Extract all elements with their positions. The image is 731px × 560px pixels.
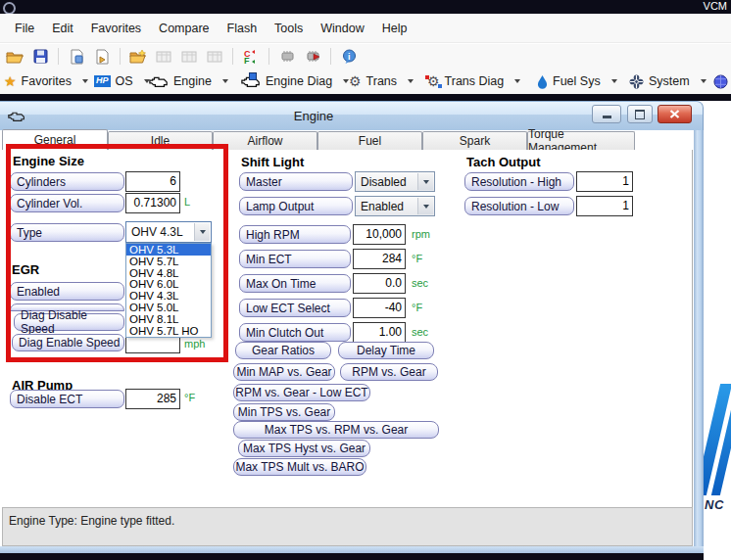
menu-window[interactable]: Window [312, 18, 372, 39]
low-ect-select-value[interactable]: -40 [353, 298, 406, 318]
view-document-icon[interactable] [67, 48, 86, 66]
window-border[interactable] [0, 546, 704, 553]
menu-flash[interactable]: Flash [219, 18, 267, 39]
diag-disable-speed-label[interactable]: Diag Disable Speed [14, 313, 124, 331]
save-icon[interactable] [30, 48, 50, 66]
menu-tools[interactable]: Tools [266, 18, 312, 39]
nav-overflow[interactable] [713, 71, 728, 91]
max-tps-mult-vs-baro-button[interactable]: Max TPS Mult vs. BARO [233, 458, 366, 476]
chevron-down-icon[interactable] [82, 79, 88, 83]
nav-engine-diag[interactable]: Engine Diag [241, 71, 349, 91]
high-rpm-label[interactable]: High RPM [239, 225, 351, 244]
resolution-high-value[interactable]: 1 [576, 171, 633, 192]
tab-airflow[interactable]: Airflow [213, 131, 317, 150]
chevron-down-icon[interactable] [701, 79, 707, 83]
disable-ect-label[interactable]: Disable ECT [10, 390, 124, 408]
egr-enabled-label[interactable]: Enabled [10, 282, 124, 301]
gear-ratios-button[interactable]: Gear Ratios [235, 342, 331, 359]
lamp-output-combobox[interactable]: Enabled [355, 196, 435, 216]
nav-engine[interactable]: Engine [149, 71, 228, 91]
resolution-low-label[interactable]: Resolution - Low [464, 197, 574, 215]
nav-trans[interactable]: ⚙ Trans [349, 71, 414, 91]
rpm-vs-gear-button[interactable]: RPM vs. Gear [340, 363, 438, 381]
new-favorites-folder-icon[interactable] [128, 48, 148, 66]
dropdown-option[interactable]: OHV 5.0L [126, 302, 211, 313]
menu-compare[interactable]: Compare [150, 18, 218, 39]
menu-help[interactable]: Help [373, 18, 416, 39]
lamp-output-combobox-value: Enabled [361, 200, 404, 213]
menu-edit[interactable]: Edit [43, 18, 82, 39]
combobox-dropdown-button[interactable] [194, 223, 210, 241]
min-tps-vs-gear-button[interactable]: Min TPS vs. Gear [233, 403, 335, 421]
dropdown-option[interactable]: OHV 5.3L [126, 244, 211, 256]
delay-time-button[interactable]: Delay Time [338, 342, 434, 359]
max-on-time-value[interactable]: 0.0 [353, 273, 406, 294]
type-label[interactable]: Type [10, 223, 124, 242]
tab-torque-management[interactable]: Torque Management [527, 131, 635, 150]
lamp-output-label[interactable]: Lamp Output [239, 197, 353, 215]
chevron-down-icon[interactable] [222, 79, 228, 83]
engine-diag-icon [241, 74, 261, 88]
table-disabled-icon[interactable] [179, 48, 199, 66]
nav-label: Engine [173, 74, 212, 88]
menu-favorites[interactable]: Favorites [82, 18, 150, 39]
tab-fuel[interactable]: Fuel [317, 131, 422, 150]
dropdown-option[interactable]: OHV 8.1L [126, 313, 211, 325]
chevron-down-icon[interactable] [408, 79, 414, 83]
tab-strip: General Idle Airflow Fuel Spark Torque M… [0, 129, 694, 150]
chevron-down-icon[interactable] [611, 79, 617, 83]
nav-trans-diag[interactable]: ⚙ Trans Diag [427, 71, 520, 91]
tab-idle[interactable]: Idle [108, 131, 213, 150]
cylinders-value[interactable]: 6 [125, 171, 180, 192]
window-border[interactable] [694, 130, 704, 553]
master-combobox[interactable]: Disabled [355, 171, 435, 192]
cylinder-vol-value[interactable]: 0.71300 [125, 193, 180, 213]
nav-favorites[interactable]: ★ Favorites [4, 71, 88, 91]
minimize-button[interactable] [592, 105, 621, 123]
chevron-down-icon[interactable] [514, 79, 520, 83]
type-combobox[interactable]: OHV 4.3L [125, 221, 212, 243]
nav-system[interactable]: System [629, 71, 707, 91]
nav-os[interactable]: HP OS [94, 71, 150, 91]
combobox-dropdown-button[interactable] [417, 173, 433, 190]
max-on-time-label[interactable]: Max On Time [239, 274, 351, 293]
min-map-vs-gear-button[interactable]: Min MAP vs. Gear [233, 363, 335, 381]
tab-spark[interactable]: Spark [422, 131, 527, 150]
resolution-high-label[interactable]: Resolution - High [464, 172, 574, 191]
info-icon[interactable]: i [339, 48, 359, 66]
resolution-low-value[interactable]: 1 [576, 196, 633, 216]
dropdown-option[interactable]: OHV 5.7L [126, 256, 211, 267]
open-folder-icon[interactable] [5, 48, 24, 66]
combobox-dropdown-button[interactable] [417, 198, 433, 214]
min-clutch-out-label[interactable]: Min Clutch Out [239, 323, 351, 342]
export-document-icon[interactable] [92, 48, 112, 66]
nav-fuel-sys[interactable]: Fuel Sys [537, 71, 617, 91]
read-chip-icon[interactable] [277, 48, 297, 66]
close-button[interactable] [658, 105, 692, 123]
table-disabled-icon[interactable] [205, 48, 224, 66]
write-chip-icon[interactable] [303, 48, 322, 66]
min-clutch-out-unit: sec [412, 326, 428, 338]
tab-general[interactable]: General [2, 129, 108, 150]
max-tps-vs-rpm-vs-gear-button[interactable]: Max TPS vs. RPM vs. Gear [233, 421, 439, 439]
low-ect-select-label[interactable]: Low ECT Select [239, 299, 351, 317]
dropdown-option[interactable]: OHV 6.0L [126, 278, 211, 290]
max-tps-hyst-vs-gear-button[interactable]: Max TPS Hyst vs. Gear [238, 440, 370, 457]
min-ect-label[interactable]: Min ECT [239, 250, 351, 268]
table-disabled-icon[interactable] [154, 48, 173, 66]
restore-button[interactable] [627, 105, 653, 123]
cylinder-vol-label[interactable]: Cylinder Vol. [10, 194, 124, 212]
compare-icon[interactable]: CF [241, 48, 261, 66]
min-ect-value[interactable]: 284 [353, 249, 406, 269]
disable-ect-value[interactable]: 285 [125, 389, 180, 409]
menu-file[interactable]: File [6, 18, 43, 39]
high-rpm-value[interactable]: 10,000 [353, 224, 406, 245]
cylinders-label[interactable]: Cylinders [10, 172, 124, 191]
rpm-vs-gear-low-ect-button[interactable]: RPM vs. Gear - Low ECT [233, 384, 370, 401]
diag-enable-speed-label[interactable]: Diag Enable Speed [12, 334, 124, 351]
dropdown-option[interactable]: OHV 4.3L [126, 290, 211, 302]
dropdown-option[interactable]: OHV 4.8L [126, 267, 211, 279]
master-label[interactable]: Master [239, 172, 353, 191]
dropdown-option[interactable]: OHV 5.7L HO [126, 325, 211, 337]
min-clutch-out-value[interactable]: 1.00 [353, 322, 406, 343]
